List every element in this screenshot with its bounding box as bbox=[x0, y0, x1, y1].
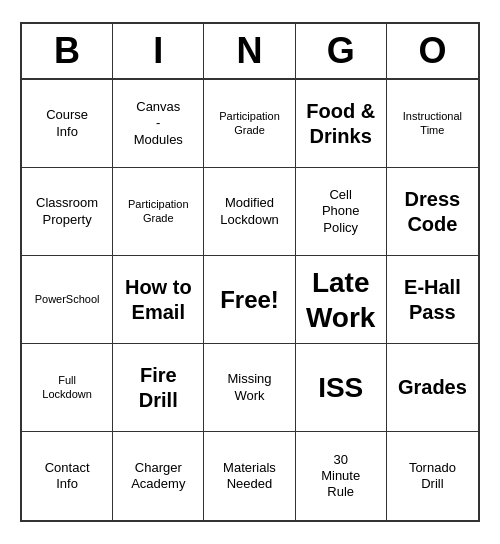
cell-text-3: Food &Drinks bbox=[306, 99, 375, 149]
cell-text-13: LateWork bbox=[306, 265, 376, 335]
bingo-cell-2: ParticipationGrade bbox=[204, 80, 295, 168]
bingo-cell-19: Grades bbox=[387, 344, 478, 432]
cell-text-23: 30MinuteRule bbox=[321, 452, 360, 501]
cell-text-16: FireDrill bbox=[139, 363, 178, 413]
cell-text-18: ISS bbox=[318, 370, 363, 405]
cell-text-6: ParticipationGrade bbox=[128, 198, 189, 226]
cell-text-21: ChargerAcademy bbox=[131, 460, 185, 493]
bingo-letter-i: I bbox=[113, 24, 204, 78]
cell-text-8: CellPhonePolicy bbox=[322, 187, 360, 236]
bingo-grid: CourseInfoCanvas-ModulesParticipationGra… bbox=[22, 80, 478, 520]
bingo-cell-24: TornadoDrill bbox=[387, 432, 478, 520]
bingo-letter-o: O bbox=[387, 24, 478, 78]
cell-text-22: MaterialsNeeded bbox=[223, 460, 276, 493]
cell-text-1: Canvas-Modules bbox=[134, 99, 183, 148]
bingo-cell-12: Free! bbox=[204, 256, 295, 344]
cell-text-0: CourseInfo bbox=[46, 107, 88, 140]
bingo-cell-9: DressCode bbox=[387, 168, 478, 256]
bingo-cell-11: How toEmail bbox=[113, 256, 204, 344]
bingo-cell-16: FireDrill bbox=[113, 344, 204, 432]
bingo-cell-20: ContactInfo bbox=[22, 432, 113, 520]
cell-text-12: Free! bbox=[220, 285, 279, 315]
cell-text-5: ClassroomProperty bbox=[36, 195, 98, 228]
bingo-cell-4: InstructionalTime bbox=[387, 80, 478, 168]
bingo-cell-10: PowerSchool bbox=[22, 256, 113, 344]
cell-text-24: TornadoDrill bbox=[409, 460, 456, 493]
bingo-card: BINGO CourseInfoCanvas-ModulesParticipat… bbox=[20, 22, 480, 522]
cell-text-14: E-HallPass bbox=[404, 275, 461, 325]
bingo-letter-g: G bbox=[296, 24, 387, 78]
cell-text-2: ParticipationGrade bbox=[219, 110, 280, 138]
bingo-cell-3: Food &Drinks bbox=[296, 80, 387, 168]
cell-text-10: PowerSchool bbox=[35, 293, 100, 307]
cell-text-15: FullLockdown bbox=[42, 374, 92, 402]
cell-text-20: ContactInfo bbox=[45, 460, 90, 493]
bingo-letter-b: B bbox=[22, 24, 113, 78]
bingo-cell-6: ParticipationGrade bbox=[113, 168, 204, 256]
bingo-cell-5: ClassroomProperty bbox=[22, 168, 113, 256]
bingo-cell-21: ChargerAcademy bbox=[113, 432, 204, 520]
bingo-cell-18: ISS bbox=[296, 344, 387, 432]
bingo-cell-15: FullLockdown bbox=[22, 344, 113, 432]
bingo-cell-0: CourseInfo bbox=[22, 80, 113, 168]
bingo-cell-14: E-HallPass bbox=[387, 256, 478, 344]
cell-text-11: How toEmail bbox=[125, 275, 192, 325]
bingo-cell-8: CellPhonePolicy bbox=[296, 168, 387, 256]
bingo-cell-1: Canvas-Modules bbox=[113, 80, 204, 168]
cell-text-4: InstructionalTime bbox=[403, 110, 462, 138]
bingo-cell-22: MaterialsNeeded bbox=[204, 432, 295, 520]
cell-text-9: DressCode bbox=[405, 187, 461, 237]
cell-text-19: Grades bbox=[398, 375, 467, 400]
bingo-cell-17: MissingWork bbox=[204, 344, 295, 432]
cell-text-17: MissingWork bbox=[227, 371, 271, 404]
bingo-header: BINGO bbox=[22, 24, 478, 80]
bingo-letter-n: N bbox=[204, 24, 295, 78]
bingo-cell-23: 30MinuteRule bbox=[296, 432, 387, 520]
cell-text-7: ModifiedLockdown bbox=[220, 195, 279, 228]
bingo-cell-13: LateWork bbox=[296, 256, 387, 344]
bingo-cell-7: ModifiedLockdown bbox=[204, 168, 295, 256]
